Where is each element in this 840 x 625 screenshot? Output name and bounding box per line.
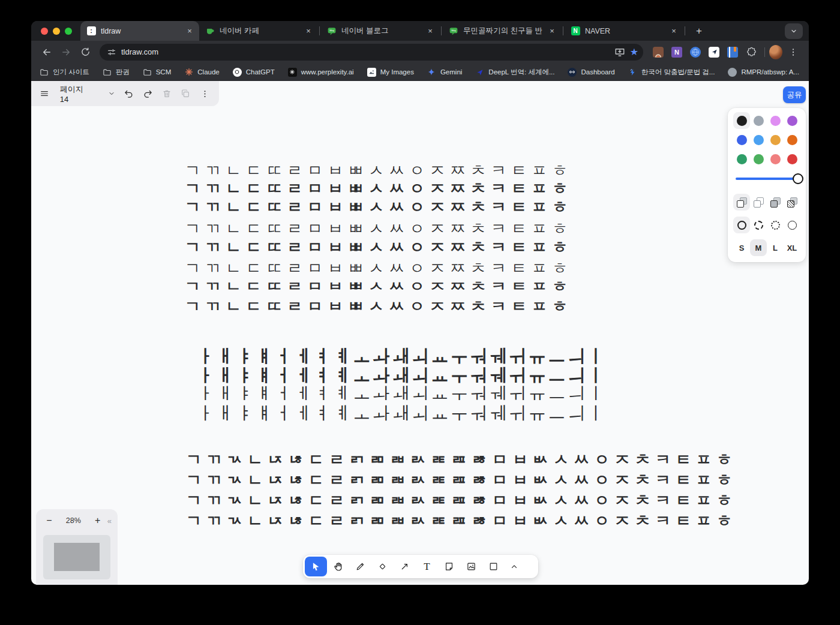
page-menu-button[interactable] [106, 85, 118, 103]
bookmark-6[interactable]: www.perplexity.ai [288, 68, 354, 77]
url-text[interactable]: tldraw.com [121, 47, 610, 56]
canvas-text-final-consonants-row-1[interactable]: ㄱㄲㄳㄴㄵㄶㄷㄹㄺㄻㄼㄽㄾㄿㅀㅁㅂㅄㅅㅆㅇㅈㅊㅋㅌㅍㅎ [186, 449, 737, 470]
bookmark-12[interactable]: RMPR/atbswp: A... [728, 68, 799, 77]
fill-semi-button[interactable] [750, 194, 767, 211]
extensions-menu[interactable] [745, 46, 758, 59]
minimap-viewport[interactable] [54, 543, 100, 571]
dash-solid-button[interactable] [784, 217, 800, 233]
fill-none-button[interactable] [733, 194, 750, 211]
color-yellow[interactable] [767, 131, 784, 148]
tab-close-icon[interactable]: × [304, 26, 313, 36]
color-violet[interactable] [784, 112, 800, 129]
dash-draw-button[interactable] [733, 217, 750, 233]
color-blue[interactable] [733, 131, 750, 148]
bookmark-7[interactable]: My Images [367, 68, 414, 77]
opacity-slider-knob[interactable] [793, 173, 803, 184]
zoom-in-button[interactable]: + [91, 513, 105, 528]
dash-dotted-button[interactable] [767, 217, 784, 233]
main-menu-button[interactable] [36, 85, 53, 103]
more-menu-button[interactable] [196, 85, 213, 103]
share-button[interactable]: 공유 [783, 86, 806, 103]
tab-5[interactable]: NNAVER× [565, 21, 683, 41]
profile-avatar[interactable] [769, 46, 782, 59]
window-minimize-button[interactable] [53, 28, 60, 35]
tldraw-canvas[interactable]: ㄱㄲㄴㄷㄸㄹㅁㅂㅃㅅㅆㅇㅈㅉㅊㅋㅌㅍㅎㄱㄲㄴㄷㄸㄹㅁㅂㅃㅅㅆㅇㅈㅉㅊㅋㅌㅍㅎㄱㄲ… [31, 81, 809, 585]
site-settings-tune-icon[interactable] [107, 47, 116, 57]
canvas-text-final-consonants-row-2[interactable]: ㄱㄲㄳㄴㄵㄶㄷㄹㄺㄻㄼㄽㄾㄿㅀㅁㅂㅄㅅㅆㅇㅈㅊㅋㅌㅍㅎ [186, 470, 737, 491]
canvas-text-consonants-row-4[interactable]: ㄱㄲㄴㄷㄸㄹㅁㅂㅃㅅㅆㅇㅈㅉㅊㅋㅌㅍㅎ [185, 218, 572, 239]
bookmark-star-icon[interactable]: ★ [630, 47, 638, 57]
minimap[interactable] [43, 535, 110, 579]
color-light-blue[interactable] [750, 131, 767, 148]
size-l-button[interactable]: L [767, 239, 784, 256]
color-light-red[interactable] [767, 151, 784, 167]
note-tool-button[interactable] [438, 557, 460, 576]
canvas-text-consonants-row-3[interactable]: ㄱㄲㄴㄷㄸㄹㅁㅂㅃㅅㅆㅇㅈㅉㅊㅋㅌㅍㅎ [185, 197, 572, 218]
forward-button[interactable] [58, 44, 74, 61]
eraser-tool-button[interactable] [371, 557, 394, 576]
asset-tool-button[interactable] [460, 557, 482, 576]
size-xl-button[interactable]: XL [784, 239, 800, 256]
dictionary-extension[interactable] [726, 46, 739, 59]
undo-button[interactable] [121, 85, 137, 103]
fill-pattern-button[interactable] [784, 194, 800, 211]
browser-menu-button[interactable] [785, 44, 802, 61]
deepl-extension[interactable] [707, 46, 721, 59]
bookmark-5[interactable]: ChatGPT [233, 68, 275, 77]
color-light-violet[interactable] [767, 112, 784, 129]
dash-dashed-button[interactable] [750, 217, 767, 233]
color-black[interactable] [733, 112, 750, 129]
canvas-text-final-consonants-row-4[interactable]: ㄱㄲㄳㄴㄵㄶㄷㄹㄺㄻㄼㄽㄾㄿㅀㅁㅂㅄㅅㅆㅇㅈㅊㅋㅌㅍㅎ [186, 510, 737, 531]
canvas-text-vowels-row-4[interactable]: ㅏㅐㅑㅒㅓㅔㅕㅖㅗㅘㅙㅚㅛㅜㅝㅞㅟㅠㅡㅢㅣ [197, 401, 607, 426]
color-light-green[interactable] [750, 151, 767, 167]
canvas-text-consonants-row-6[interactable]: ㄱㄲㄴㄷㄸㄹㅁㅂㅃㅅㅆㅇㅈㅉㅊㅋㅌㅍㅎ [185, 258, 572, 279]
window-close-button[interactable] [41, 28, 48, 35]
rectangle-tool-button[interactable] [482, 557, 505, 576]
tab-4[interactable]: blog무민골짜기의 친구들 반값으로 정리× [443, 21, 562, 41]
fill-solid-button[interactable] [767, 194, 784, 211]
new-tab-button[interactable]: + [691, 23, 707, 39]
zoom-out-button[interactable]: − [42, 513, 56, 528]
omnibox[interactable]: tldraw.com ★ [100, 44, 643, 61]
bookmark-10[interactable]: Dashboard [568, 68, 614, 77]
canvas-text-consonants-row-5[interactable]: ㄱㄲㄴㄷㄸㄹㅁㅂㅃㅅㅆㅇㅈㅉㅊㅋㅌㅍㅎ [185, 237, 572, 258]
tab-close-icon[interactable]: × [547, 26, 557, 36]
delete-button[interactable] [158, 85, 175, 103]
color-green[interactable] [733, 151, 750, 167]
window-zoom-button[interactable] [65, 28, 72, 35]
page-name[interactable]: 페이지 14 [55, 84, 95, 104]
bookmark-11[interactable]: 한국어 맞춤법/문법 검... [628, 68, 715, 77]
canvas-text-consonants-row-8[interactable]: ㄱㄲㄴㄷㄸㄹㅁㅂㅃㅅㅆㅇㅈㅉㅊㅋㅌㅍㅎ [185, 296, 572, 316]
tab-close-icon[interactable]: × [185, 26, 194, 36]
draw-tool-button[interactable] [349, 557, 371, 576]
tab-3[interactable]: blog네이버 블로그× [321, 21, 440, 41]
tab-close-icon[interactable]: × [669, 26, 679, 36]
bookmark-4[interactable]: Claude [184, 68, 219, 77]
canvas-text-final-consonants-row-3[interactable]: ㄱㄲㄳㄴㄵㄶㄷㄹㄺㄻㄼㄽㄾㄿㅀㅁㅂㅄㅅㅆㅇㅈㅊㅋㅌㅍㅎ [186, 490, 737, 511]
opacity-slider[interactable] [733, 170, 800, 188]
color-grey[interactable] [750, 112, 767, 129]
canvas-text-consonants-row-2[interactable]: ㄱㄲㄴㄷㄸㄹㅁㅂㅃㅅㅆㅇㅈㅉㅊㅋㅌㅍㅎ [185, 178, 572, 199]
screen-share-download-icon[interactable] [614, 47, 625, 58]
duplicate-button[interactable] [178, 85, 194, 103]
text-tool-button[interactable]: T [416, 557, 438, 576]
size-s-button[interactable]: S [733, 239, 750, 256]
color-orange[interactable] [784, 131, 800, 148]
collapse-minimap-button[interactable]: « [107, 516, 112, 525]
bookmark-8[interactable]: Gemini [427, 68, 462, 77]
more-tool-button[interactable] [505, 557, 524, 576]
bookmark-2[interactable]: 판권 [103, 68, 130, 77]
hand-tool-button[interactable] [327, 557, 349, 576]
photos-extension[interactable] [652, 46, 665, 59]
bookmark-1[interactable]: 인기 사이트 [40, 68, 89, 77]
zoom-level[interactable]: 28% [56, 516, 91, 525]
reload-button[interactable] [77, 44, 94, 61]
bookmark-3[interactable]: SCM [143, 68, 172, 77]
color-red[interactable] [784, 151, 800, 167]
bookmark-9[interactable]: DeepL 번역: 세계에... [475, 68, 554, 77]
redo-button[interactable] [139, 85, 156, 103]
tab-close-icon[interactable]: × [425, 26, 435, 36]
back-button[interactable] [38, 44, 55, 61]
globe-extension[interactable] [689, 46, 702, 59]
size-m-button[interactable]: M [750, 239, 767, 256]
